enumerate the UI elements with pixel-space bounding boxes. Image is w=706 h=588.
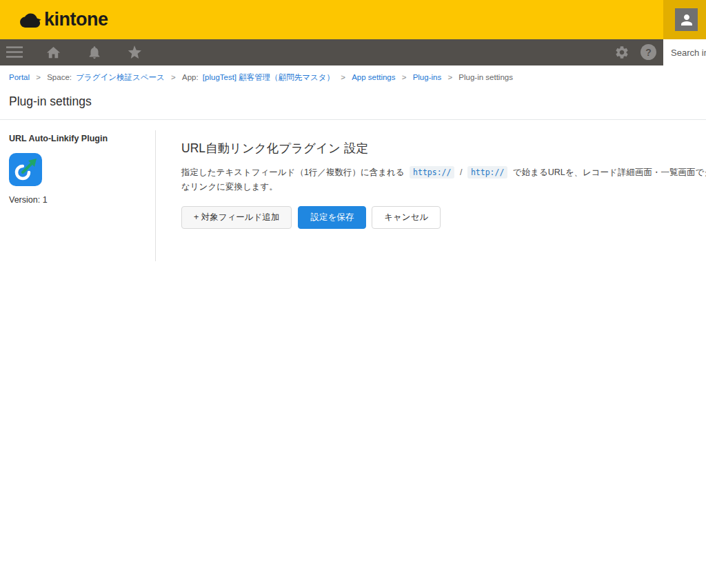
- code-http: http://: [467, 166, 507, 179]
- person-icon: [678, 12, 695, 28]
- search-box: [663, 39, 706, 65]
- help-glyph: ?: [645, 47, 652, 58]
- breadcrumb-plugins-link[interactable]: Plug-ins: [413, 73, 442, 81]
- header-account-area: [663, 0, 706, 39]
- search-input[interactable]: [663, 39, 706, 65]
- kintone-cloud-icon: [19, 11, 41, 29]
- breadcrumb-separator: >: [402, 73, 407, 81]
- breadcrumb-space-link[interactable]: プラグイン検証スペース: [76, 73, 165, 81]
- breadcrumb-app-link[interactable]: [plugTest] 顧客管理（顧問先マスタ）: [203, 73, 334, 81]
- app-header: kintone: [0, 0, 706, 39]
- breadcrumb-app-settings-link[interactable]: App settings: [352, 73, 395, 81]
- plugin-link-icon: [9, 153, 42, 186]
- plugin-sidebar: URL Auto-Linkify Plugin Version: 1: [0, 130, 156, 261]
- help-icon[interactable]: ?: [641, 44, 656, 60]
- home-icon[interactable]: [45, 44, 61, 61]
- code-separator: /: [460, 168, 462, 177]
- cancel-button[interactable]: キャンセル: [372, 206, 441, 229]
- content-area: URL Auto-Linkify Plugin Version: 1 URL自動…: [0, 130, 706, 261]
- breadcrumb-separator: >: [171, 73, 176, 81]
- breadcrumb-current: Plug-in settings: [458, 73, 513, 81]
- plugin-settings-main: URL自動リンク化プラグイン 設定 指定したテキストフィールド（1行／複数行）に…: [156, 130, 706, 261]
- breadcrumb-app-prefix: App:: [182, 73, 199, 81]
- breadcrumb-space-prefix: Space:: [47, 73, 72, 81]
- hamburger-menu-icon[interactable]: [6, 44, 23, 61]
- plugin-name: URL Auto-Linkify Plugin: [9, 134, 155, 143]
- page-title: Plug-in settings: [9, 94, 706, 109]
- breadcrumb-portal-link[interactable]: Portal: [9, 73, 30, 81]
- plugin-version: Version: 1: [9, 195, 155, 205]
- kintone-logo[interactable]: kintone: [19, 9, 108, 30]
- breadcrumb-separator: >: [341, 73, 345, 81]
- plugin-description: 指定したテキストフィールド（1行／複数行）に含まれる https:// / ht…: [181, 165, 706, 194]
- settings-heading: URL自動リンク化プラグイン 設定: [181, 140, 706, 156]
- global-navbar: ?: [0, 39, 706, 65]
- title-divider: [0, 119, 706, 120]
- user-avatar[interactable]: [675, 8, 698, 31]
- page: kintone: [0, 0, 706, 261]
- save-settings-button[interactable]: 設定を保存: [298, 206, 366, 229]
- description-text-before: 指定したテキストフィールド（1行／複数行）に含まれる: [181, 168, 405, 177]
- navbar-left: [0, 44, 155, 61]
- code-https: https://: [410, 166, 454, 179]
- breadcrumb-separator: >: [36, 73, 41, 81]
- breadcrumb: Portal > Space: プラグイン検証スペース > App: [plug…: [0, 65, 706, 83]
- notifications-bell-icon[interactable]: [86, 44, 103, 61]
- breadcrumb-separator: >: [447, 73, 452, 81]
- add-target-field-button[interactable]: + 対象フィールド追加: [181, 206, 292, 229]
- logo-text: kintone: [44, 9, 108, 30]
- settings-gear-icon[interactable]: [614, 45, 629, 63]
- action-button-row: + 対象フィールド追加 設定を保存 キャンセル: [181, 206, 706, 229]
- favorites-star-icon[interactable]: [126, 44, 143, 61]
